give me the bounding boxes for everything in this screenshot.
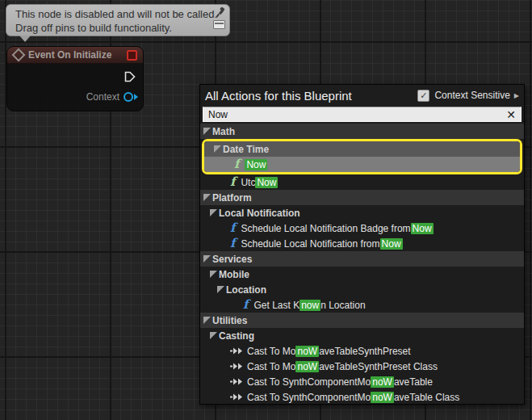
tooltip-line-1: This node is disabled and will not be ca… — [15, 7, 229, 21]
label-pre: Utc — [241, 177, 255, 188]
pure-function-icon: f — [234, 158, 239, 170]
category-row-platform[interactable]: Platform — [200, 190, 524, 205]
search-input[interactable]: Now ✕ — [203, 107, 522, 122]
action-row-schedule-local-notification-badge-from-now[interactable]: fSchedule Local Notification Badge from … — [200, 220, 524, 236]
tutorial-highlight-box: Date TimefNow — [202, 139, 522, 174]
tooltip-tail — [19, 36, 31, 42]
context-sensitive-expander-icon[interactable]: ▶ — [514, 92, 519, 99]
subcategory-row-location[interactable]: Location — [200, 282, 524, 297]
row-label: Services — [212, 254, 252, 265]
exec-output-pin[interactable] — [124, 71, 136, 86]
context-object-pin[interactable] — [124, 92, 133, 102]
category-row-utilities[interactable]: Utilities — [200, 313, 524, 328]
cast-icon — [230, 363, 242, 370]
action-row-get-last-known-location[interactable]: fGet Last Known Location — [200, 297, 524, 313]
search-match-highlight: noW — [371, 376, 394, 388]
expander-icon[interactable] — [210, 332, 219, 339]
keyboard-hint-icon — [213, 20, 225, 29]
function-icon: f — [230, 237, 235, 250]
row-label: Utilities — [212, 315, 247, 326]
action-row-cast-to-monowavetablesynthpreset[interactable]: Cast To MonoWaveTableSynthPreset — [200, 343, 524, 359]
context-sensitive-checkbox[interactable]: ✓ — [417, 90, 429, 102]
label-post: aveTableSynthPreset — [319, 346, 410, 357]
subcategory-row-date-time[interactable]: Date Time — [204, 141, 520, 157]
search-match-highlight: Now — [245, 159, 267, 170]
event-on-initialize-node[interactable]: Event On Initialize Context — [6, 46, 144, 111]
function-icon: f — [243, 299, 248, 311]
node-header[interactable]: Event On Initialize — [7, 47, 143, 64]
context-pin-wedge — [134, 94, 138, 100]
label-post: aveTableSynthPreset Class — [319, 361, 438, 372]
pure-function-icon: f — [230, 176, 235, 188]
tooltip-line-2: Drag off pins to build functionality. — [15, 21, 229, 35]
context-sensitive-label: Context Sensitive — [434, 90, 509, 101]
expander-icon[interactable] — [217, 286, 226, 293]
context-pin-label: Context — [86, 91, 119, 103]
row-label: Math — [212, 126, 235, 137]
blueprint-actions-menu: All Actions for this Blueprint ✓ Context… — [199, 84, 525, 405]
expander-icon[interactable] — [210, 209, 219, 216]
label-post: aveTable Class — [394, 392, 459, 403]
search-match-highlight: noW — [295, 361, 319, 372]
row-label: Mobile — [219, 269, 249, 280]
action-row-cast-to-synthcomponentmonowavetable-class[interactable]: Cast To SynthComponentMonoWaveTable Clas… — [200, 389, 524, 405]
cast-icon — [230, 378, 242, 385]
cast-icon — [230, 393, 242, 401]
menu-title: All Actions for this Blueprint — [205, 89, 352, 103]
function-icon: f — [230, 222, 235, 234]
row-label: Platform — [212, 192, 252, 204]
expander-icon[interactable] — [203, 255, 212, 262]
label-pre: Get Last K — [253, 300, 300, 311]
label-pre: Schedule Local Notification from — [241, 238, 379, 250]
search-match-highlight: noW — [295, 346, 319, 357]
row-label: Location — [226, 284, 266, 296]
subcategory-row-local-notification[interactable]: Local Notification — [200, 205, 524, 220]
cast-icon — [230, 347, 242, 355]
subcategory-row-casting[interactable]: Casting — [200, 328, 524, 343]
expander-icon[interactable] — [214, 145, 223, 153]
action-row-utcnow[interactable]: fUtcNow — [200, 174, 524, 190]
node-title: Event On Initialize — [28, 49, 111, 61]
label-pre: Cast To SynthComponentMo — [247, 376, 371, 388]
label-pre: Cast To Mo — [247, 361, 295, 372]
search-match-highlight: noW — [371, 392, 394, 403]
search-match-highlight: Now — [255, 177, 278, 188]
action-row-now[interactable]: fNow — [204, 157, 520, 172]
label-pre: Schedule Local Notification Badge from — [241, 223, 410, 234]
expander-icon[interactable] — [203, 317, 212, 324]
blueprint-graph-canvas[interactable]: This node is disabled and will not be ca… — [0, 0, 532, 420]
search-value: Now — [208, 109, 228, 120]
category-row-services[interactable]: Services — [200, 251, 524, 267]
label-post: n Location — [320, 300, 365, 311]
row-label: Casting — [219, 330, 254, 342]
expander-icon[interactable] — [203, 128, 212, 135]
search-match-highlight: Now — [411, 223, 434, 234]
action-row-schedule-local-notification-from-now[interactable]: fSchedule Local Notification from Now — [200, 236, 524, 251]
event-diamond-icon — [12, 48, 26, 62]
search-match-highlight: now — [300, 300, 320, 311]
expander-icon[interactable] — [203, 194, 212, 201]
label-post: aveTable — [394, 376, 433, 388]
action-list: MathDate TimefNowfUtcNowPlatformLocal No… — [200, 124, 524, 405]
clear-search-icon[interactable]: ✕ — [506, 109, 516, 120]
pushpin-icon — [216, 7, 226, 21]
subcategory-row-mobile[interactable]: Mobile — [200, 267, 524, 282]
label-pre: Cast To Mo — [247, 346, 295, 357]
row-label: Date Time — [223, 144, 269, 155]
row-label: Local Notification — [219, 208, 300, 219]
action-row-cast-to-monowavetablesynthpreset-class[interactable]: Cast To MonoWaveTableSynthPreset Class — [200, 359, 524, 374]
action-row-cast-to-synthcomponentmonowavetable[interactable]: Cast To SynthComponentMonoWaveTable — [200, 374, 524, 389]
category-row-math[interactable]: Math — [200, 124, 524, 139]
label-pre: Cast To SynthComponentMo — [247, 392, 371, 403]
node-disabled-icon — [127, 50, 137, 61]
search-match-highlight: Now — [380, 238, 403, 250]
node-disabled-tooltip: This node is disabled and will not be ca… — [6, 4, 230, 36]
expander-icon[interactable] — [210, 271, 219, 278]
